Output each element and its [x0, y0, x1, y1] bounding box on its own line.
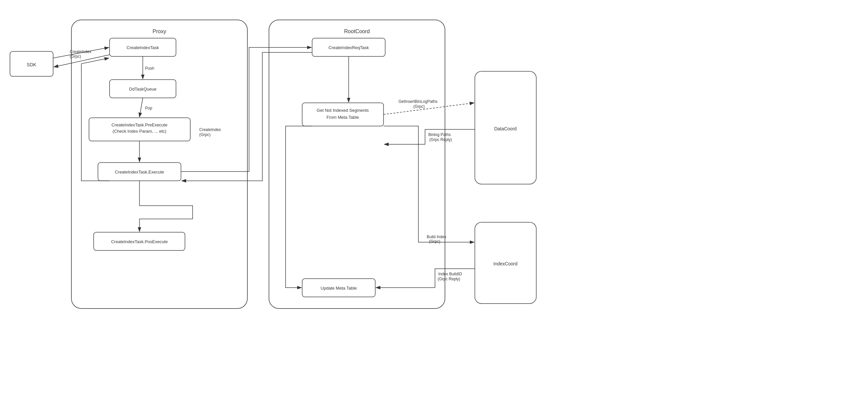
pre-execute-label: CreateIndexTask.PreExecute [112, 123, 167, 127]
flow-diagram-svg: Proxy RootCoord SDK CreateIndexTask DdTa… [0, 0, 868, 416]
pos-execute-label: CreateIndexTask.PosExecute [111, 239, 168, 244]
label-index-buildid2: (Grpc Reply) [438, 277, 460, 281]
label-binlog-paths2: (Grpc Reply) [429, 137, 452, 142]
label-create-index-grpc2: (Grpc) [199, 132, 211, 137]
execute-label: CreateIndexTask.Execute [115, 170, 164, 174]
label-getinsert: GetInsertBinLogPaths [399, 99, 437, 104]
dd-task-queue-label: DdTaskQueue [129, 86, 156, 92]
label-build-index2: (Grpc) [429, 239, 440, 244]
get-not-indexed-node [302, 103, 383, 126]
label-sdk-to-create2: (Grpc) [70, 54, 81, 59]
get-not-indexed-label1: Get Not Indexed Segments [317, 108, 369, 113]
label-sdk-to-create: CreateIndex [70, 49, 91, 54]
arrow-execute-to-posex [140, 181, 193, 232]
index-coord-label: IndexCoord [493, 261, 517, 266]
pre-execute-label2: (Check Index Param, ... etc) [113, 129, 166, 134]
label-index-buildid: Index BuildID [438, 272, 462, 276]
arrow-rootcoord-to-execute [182, 53, 312, 181]
sdk-label: SDK [27, 62, 36, 67]
diagram-container: Proxy RootCoord SDK CreateIndexTask DdTa… [0, 0, 868, 416]
create-index-req-task-label: CreateIndexReqTask [329, 45, 369, 50]
label-create-index-grpc: CreateIndex [199, 127, 221, 132]
create-index-task-label: CreateIndexTask [126, 45, 159, 50]
data-coord-label: DataCoord [494, 126, 517, 131]
arrow-rootcoord-to-indexcoord [383, 126, 474, 242]
arrow-rootcoord-inner-left [285, 126, 312, 288]
label-push: Push [145, 66, 154, 71]
get-not-indexed-label2: From Meta Table [327, 115, 359, 120]
label-build-index: Build Index [427, 235, 446, 239]
label-pop: Pop [145, 106, 152, 110]
label-binlog-paths: Binlog Paths [428, 132, 451, 137]
update-meta-table-label: Update Meta Table [321, 286, 357, 290]
arrow-execute-to-rootcoord [181, 47, 311, 172]
label-getinsert2: (Grpc) [413, 104, 425, 109]
proxy-label: Proxy [153, 29, 166, 34]
arrow-notindexed-to-datacoord [383, 103, 474, 114]
rootcoord-label: RootCoord [344, 29, 370, 34]
arrow-ddq-to-pre [140, 98, 143, 117]
